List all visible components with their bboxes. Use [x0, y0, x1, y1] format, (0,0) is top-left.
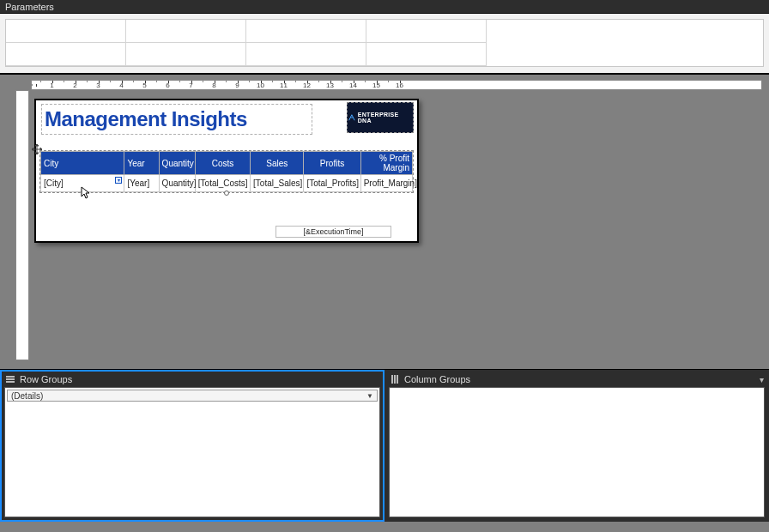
column-groups-header[interactable]: Column Groups ▾: [386, 372, 767, 387]
svg-rect-2: [6, 376, 15, 378]
column-groups-label: Column Groups: [404, 374, 470, 384]
cell-year[interactable]: [Year]: [124, 175, 159, 192]
ruler-tick: 8: [203, 82, 226, 89]
param-cell[interactable]: [126, 20, 246, 43]
cell-costs[interactable]: [Total_Costs]: [195, 175, 250, 192]
parameters-grid[interactable]: [5, 19, 764, 67]
design-canvas[interactable]: 1 2 3 4 5 6 7 8 9 10 11 12 13 14 15 16 M…: [0, 74, 769, 367]
logo-image[interactable]: ENTERPRISE DNA: [347, 102, 414, 133]
param-cell[interactable]: [366, 43, 487, 66]
grouping-pane[interactable]: Row Groups (Details) ▼ Column Groups ▾: [0, 369, 769, 522]
horizontal-ruler: 1 2 3 4 5 6 7 8 9 10 11 12 13 14 15 16: [31, 80, 762, 90]
col-profits[interactable]: Profits: [304, 152, 360, 175]
svg-rect-3: [6, 378, 15, 380]
ruler-tick: 2: [64, 82, 87, 89]
cell-sales[interactable]: [Total_Sales]: [251, 175, 304, 192]
parameters-panel[interactable]: [0, 14, 769, 74]
ruler-tick: 11: [272, 82, 295, 89]
field-city: [City]: [44, 178, 64, 188]
ruler-tick: 1: [40, 82, 64, 89]
svg-rect-4: [6, 381, 15, 383]
pane-menu-icon[interactable]: ▾: [760, 375, 764, 384]
column-groups-list[interactable]: [389, 387, 765, 517]
field-selector-icon[interactable]: ▾: [115, 177, 122, 184]
header-row[interactable]: City Year Quantity Costs Sales Profits %…: [41, 152, 413, 175]
row-group-item-label: (Details): [11, 391, 43, 401]
tablix[interactable]: City Year Quantity Costs Sales Profits %…: [39, 150, 414, 193]
report-title-text: Management Insights: [45, 107, 247, 131]
report-title-textbox[interactable]: Management Insights: [41, 104, 312, 135]
svg-rect-6: [394, 375, 396, 384]
column-groups-pane[interactable]: Column Groups ▾: [384, 370, 769, 522]
ruler-tick: 9: [226, 82, 249, 89]
col-profit-margin[interactable]: % Profit Margin: [360, 152, 412, 175]
ruler-tick: 4: [110, 82, 133, 89]
param-cell[interactable]: [6, 20, 126, 43]
cell-profit-margin[interactable]: Profit_Margin]: [360, 175, 412, 192]
param-cell[interactable]: [6, 43, 126, 66]
execution-time-value: [&ExecutionTime]: [303, 227, 363, 236]
logo-text: ENTERPRISE DNA: [358, 112, 413, 124]
row-groups-label: Row Groups: [20, 374, 72, 384]
ruler-tick: 3: [87, 82, 110, 89]
param-cell[interactable]: [246, 20, 366, 43]
parameters-label: Parameters: [5, 2, 54, 12]
cell-profits[interactable]: [Total_Profits]: [304, 175, 360, 192]
parameters-header: Parameters: [0, 0, 769, 14]
col-costs[interactable]: Costs: [195, 152, 250, 175]
dropdown-icon[interactable]: ▼: [366, 392, 373, 400]
execution-time-textbox[interactable]: [&ExecutionTime]: [276, 226, 391, 238]
svg-rect-5: [391, 375, 393, 384]
param-cell[interactable]: [366, 20, 487, 43]
row-groups-header[interactable]: Row Groups: [2, 372, 383, 387]
col-year[interactable]: Year: [124, 152, 159, 175]
row-group-item[interactable]: (Details) ▼: [7, 390, 378, 402]
ruler-tick: 12: [295, 82, 318, 89]
col-city[interactable]: City: [41, 152, 124, 175]
col-sales[interactable]: Sales: [251, 152, 304, 175]
ruler-tick: 14: [342, 82, 365, 89]
ruler-tick: 6: [156, 82, 179, 89]
ruler-tick: 7: [179, 82, 203, 89]
resize-handle-bottom[interactable]: [224, 190, 229, 196]
column-groups-icon: [390, 374, 400, 384]
report-body[interactable]: Management Insights ENTERPRISE DNA City: [34, 99, 419, 243]
cell-city[interactable]: [City] ▾: [41, 175, 124, 192]
row-groups-list[interactable]: (Details) ▼: [4, 387, 380, 517]
row-groups-icon: [5, 374, 15, 384]
ruler-tick: 13: [318, 82, 342, 89]
param-cell[interactable]: [126, 43, 246, 66]
row-groups-pane[interactable]: Row Groups (Details) ▼: [0, 370, 384, 522]
param-cell[interactable]: [246, 43, 366, 66]
vertical-ruler: [15, 90, 29, 360]
ruler-tick: 16: [388, 82, 411, 89]
svg-rect-7: [397, 375, 398, 384]
ruler-tick: 15: [365, 82, 388, 89]
detail-row[interactable]: [City] ▾ [Year] Quantity] [Total_Costs] …: [41, 175, 413, 192]
cell-quantity[interactable]: Quantity]: [159, 175, 195, 192]
ruler-tick: 10: [249, 82, 272, 89]
col-quantity[interactable]: Quantity: [159, 152, 195, 175]
logo-icon: [348, 113, 356, 122]
ruler-tick: 5: [133, 82, 156, 89]
